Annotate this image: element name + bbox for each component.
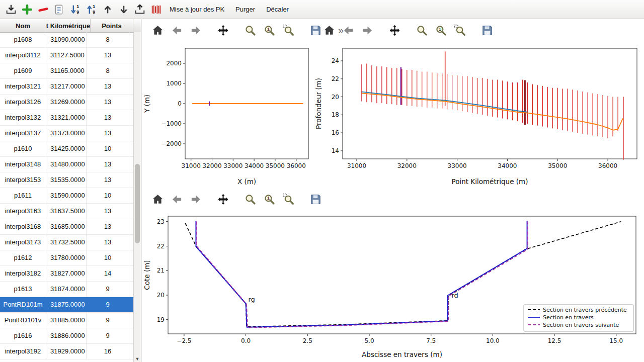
svg-text:33000: 33000 <box>448 162 467 169</box>
table-row[interactable]: p161231780.000010 <box>0 250 133 266</box>
table-row[interactable]: p161631886.00009 <box>0 328 133 344</box>
remove-button[interactable] <box>36 3 50 17</box>
update-pk-button[interactable]: Mise à jour des PK <box>165 3 229 16</box>
table-row[interactable]: interpol316831685.000013 <box>0 219 133 235</box>
nav-zoom-button[interactable] <box>243 23 258 38</box>
sort-ascending-button[interactable]: 19 <box>85 3 99 17</box>
shift-button[interactable]: Décaler <box>262 3 293 16</box>
cell-points: 13 <box>87 79 129 94</box>
edit-list-button[interactable] <box>52 3 66 17</box>
nav-zoom-region-button[interactable] <box>452 23 467 38</box>
cell-points: 9 <box>87 282 129 297</box>
nav-pan-button[interactable] <box>215 23 230 38</box>
cell-pk: 31685.0000 <box>46 219 87 234</box>
profile-nav-toolbar: 1 <box>313 19 644 41</box>
table-row[interactable]: interpol314831480.000013 <box>0 157 133 172</box>
cell-pk: 31425.0000 <box>46 141 87 156</box>
cell-points: 9 <box>87 313 129 328</box>
svg-text:16: 16 <box>332 129 339 136</box>
table-row[interactable]: PontRD101v31885.00009 <box>0 313 133 328</box>
sort-descending-button[interactable]: 19 <box>68 3 83 17</box>
cell-nom: p1612 <box>0 250 46 265</box>
column-header-pk[interactable]: t Kilométrique <box>46 19 91 32</box>
move-up-button[interactable] <box>101 3 115 17</box>
table-row[interactable]: interpol312631269.000013 <box>0 95 133 110</box>
column-header-points[interactable]: Points <box>91 19 133 32</box>
cell-points: 9 <box>87 297 129 312</box>
nav-save-button[interactable] <box>308 192 323 207</box>
svg-text:20: 20 <box>157 292 165 299</box>
table-row[interactable]: interpol315331535.000013 <box>0 172 133 188</box>
svg-text:31000: 31000 <box>347 162 366 169</box>
table-row[interactable]: interpol311231127.500013 <box>0 48 133 63</box>
svg-text:19: 19 <box>157 316 165 323</box>
sections-button[interactable] <box>149 3 163 17</box>
nav-zoom-region-button[interactable] <box>281 23 296 38</box>
cell-pk: 31875.0000 <box>46 297 87 312</box>
table-row[interactable]: interpol313731373.000013 <box>0 126 133 141</box>
nav-back-button[interactable] <box>341 23 356 38</box>
scrollbar-down-arrow[interactable]: ▼ <box>134 356 141 361</box>
table-row[interactable]: interpol316331637.500013 <box>0 204 133 219</box>
table-row[interactable]: interpol313231321.000013 <box>0 110 133 126</box>
export-icon <box>134 4 146 16</box>
cell-nom: PontRD101m <box>0 297 46 312</box>
export-button[interactable] <box>133 3 147 17</box>
nav-back-button[interactable] <box>169 192 184 207</box>
nav-home-button[interactable] <box>321 23 337 38</box>
pan-icon <box>388 24 401 37</box>
nav-zoom-button[interactable] <box>243 192 258 207</box>
svg-text:32000: 32000 <box>397 162 417 169</box>
nav-pan-button[interactable] <box>215 192 230 207</box>
cross-section-box: 1 −2.50.02.55.07.510.012.515.01920212223… <box>142 188 644 362</box>
table-row[interactable]: p161331874.00009 <box>0 282 133 297</box>
table-row[interactable]: interpol318231827.000014 <box>0 266 133 282</box>
cross-section-chart[interactable]: −2.50.02.55.07.510.012.515.01920212223rg… <box>142 210 644 361</box>
cell-nom: interpol3173 <box>0 235 46 250</box>
table-vertical-scrollbar[interactable]: ▼ <box>133 32 141 362</box>
table-row[interactable]: p160931165.00008 <box>0 63 133 79</box>
table-row-selected[interactable]: PontRD101m31875.00009 <box>0 297 133 313</box>
add-button[interactable] <box>20 3 34 17</box>
nav-home-button[interactable] <box>150 23 165 38</box>
nav-zoom-region-button[interactable] <box>281 192 296 207</box>
zoom-icon <box>416 24 428 37</box>
nav-zoom-one-button[interactable]: 1 <box>262 192 277 207</box>
import-button[interactable] <box>4 3 18 17</box>
cell-points: 10 <box>87 188 129 203</box>
nav-pan-button[interactable] <box>387 23 402 38</box>
scrollbar-thumb[interactable] <box>135 164 140 243</box>
nav-zoom-button[interactable] <box>414 23 429 38</box>
pan-icon <box>217 24 229 37</box>
svg-text:−2000: −2000 <box>161 140 182 147</box>
move-down-button[interactable] <box>117 3 131 17</box>
longitudinal-profile-chart[interactable]: 3100032000330003400035000360001416182022… <box>313 41 644 188</box>
cell-nom: interpol3192 <box>0 344 46 359</box>
svg-text:9: 9 <box>76 10 79 15</box>
table-row[interactable]: interpol312131217.000013 <box>0 79 133 95</box>
table-row[interactable]: p160831090.00008 <box>0 32 133 48</box>
purge-button[interactable]: Purger <box>231 3 260 16</box>
column-header-nom[interactable]: Nom <box>0 19 46 32</box>
sections-table: p160831090.00008interpol311231127.500013… <box>0 32 133 362</box>
cell-pk: 31127.5000 <box>46 48 87 63</box>
nav-zoom-one-button[interactable]: 1 <box>262 23 277 38</box>
plan-view-chart[interactable]: 310003200033000340003500036000−2000−1000… <box>142 41 313 188</box>
nav-forward-button[interactable] <box>188 23 203 38</box>
svg-text:Profondeur (m): Profondeur (m) <box>314 78 323 129</box>
svg-text:5.0: 5.0 <box>364 337 374 344</box>
table-row[interactable]: p161031425.000010 <box>0 141 133 157</box>
table-row[interactable]: p161131590.000010 <box>0 188 133 204</box>
table-row[interactable]: interpol317331732.500013 <box>0 235 133 250</box>
nav-forward-button[interactable] <box>360 23 375 38</box>
nav-home-button[interactable] <box>150 192 165 207</box>
cell-pk: 31929.0000 <box>46 344 87 359</box>
svg-text:0: 0 <box>178 100 182 107</box>
nav-forward-button[interactable] <box>188 192 203 207</box>
svg-text:10.0: 10.0 <box>486 337 500 344</box>
nav-back-button[interactable] <box>169 23 184 38</box>
cell-nom: interpol3168 <box>0 219 46 234</box>
nav-zoom-one-button[interactable]: 1 <box>433 23 448 38</box>
nav-save-button[interactable] <box>479 23 495 38</box>
table-row[interactable]: interpol319231929.000016 <box>0 344 133 359</box>
